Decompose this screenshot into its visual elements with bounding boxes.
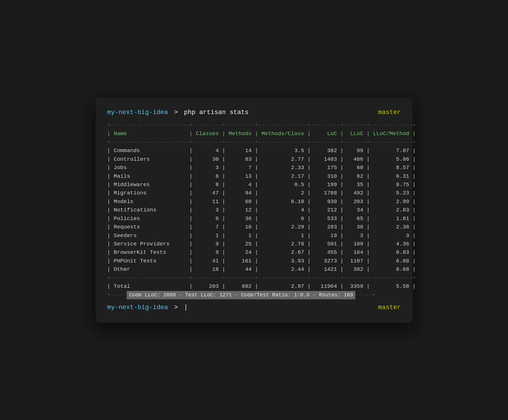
top-bar: my-next-big-idea > php artisan stats mas…	[107, 109, 401, 116]
footer-divider-left: +-----	[107, 291, 127, 299]
prompt-path: my-next-big-idea	[107, 109, 168, 116]
table-row: | Jobs | 3 | 7 | 2.33 | 175 | 60 | 8.57 …	[107, 164, 401, 172]
table-row: | Service Providers | 9 | 25 | 2.78 | 50…	[107, 240, 401, 248]
prompt-arrow: >	[174, 109, 181, 116]
bottom-prompt-arrow: >	[174, 304, 181, 311]
table-row: | Other | 18 | 44 | 2.44 | 1421 | 382 | …	[107, 265, 401, 274]
bottom-prompt: my-next-big-idea > |	[107, 304, 188, 311]
prompt-command: php artisan stats	[184, 109, 249, 116]
git-branch-bottom: master	[378, 304, 401, 311]
divider-header: +------------------------+---------+----…	[107, 138, 401, 147]
table-total: | Total | 203 | 602 | 2.97 | 11964 | 335…	[107, 282, 401, 291]
table-header: | Name | Classes | Methods | Methods/Cla…	[107, 130, 401, 138]
git-branch-top: master	[378, 109, 401, 116]
divider-total: +------------------------+---------+----…	[107, 274, 401, 282]
table-row: | Seeders | 1 | 1 | 1 | 19 | 3 | 3 |	[107, 232, 401, 240]
footer-line: +-----Code LLoC: 2088 · Test LLoC: 1271 …	[107, 291, 401, 299]
table-row: | Notifications | 3 | 12 | 4 | 212 | 34 …	[107, 206, 401, 214]
table-row: | Migrations | 47 | 94 | 2 | 1788 | 492 …	[107, 189, 401, 197]
bottom-prompt-path: my-next-big-idea	[107, 304, 168, 311]
table-row: | BrowserKit Tests | 9 | 24 | 2.67 | 455…	[107, 248, 401, 257]
divider-top: +------------------------+---------+----…	[107, 121, 401, 130]
footer-divider-right: -----+	[355, 291, 375, 299]
table-row: | Requests | 7 | 16 | 2.29 | 283 | 38 | …	[107, 223, 401, 231]
table-row: | PHPUnit Tests | 41 | 161 | 3.93 | 3273…	[107, 257, 401, 265]
table-row: | Middlewares | 8 | 4 | 0.5 | 199 | 35 |…	[107, 181, 401, 189]
table-row: | Policies | 6 | 36 | 6 | 533 | 65 | 1.8…	[107, 215, 401, 223]
bottom-bar: my-next-big-idea > | master	[107, 304, 401, 311]
cursor: |	[184, 304, 188, 311]
table-row: | Commands | 4 | 14 | 3.5 | 382 | 99 | 7…	[107, 147, 401, 155]
table-body: | Commands | 4 | 14 | 3.5 | 382 | 99 | 7…	[107, 147, 401, 274]
stats-table: +------------------------+---------+----…	[107, 121, 401, 299]
footer-stats: Code LLoC: 2088 · Test LLoC: 1271 · Code…	[127, 291, 355, 299]
top-prompt: my-next-big-idea > php artisan stats	[107, 109, 249, 116]
table-row: | Models | 11 | 68 | 6.18 | 930 | 203 | …	[107, 198, 401, 206]
terminal-window: my-next-big-idea > php artisan stats mas…	[96, 97, 412, 323]
table-row: | Controllers | 30 | 83 | 2.77 | 1483 | …	[107, 155, 401, 164]
table-row: | Mails | 6 | 13 | 2.17 | 310 | 82 | 6.3…	[107, 172, 401, 181]
